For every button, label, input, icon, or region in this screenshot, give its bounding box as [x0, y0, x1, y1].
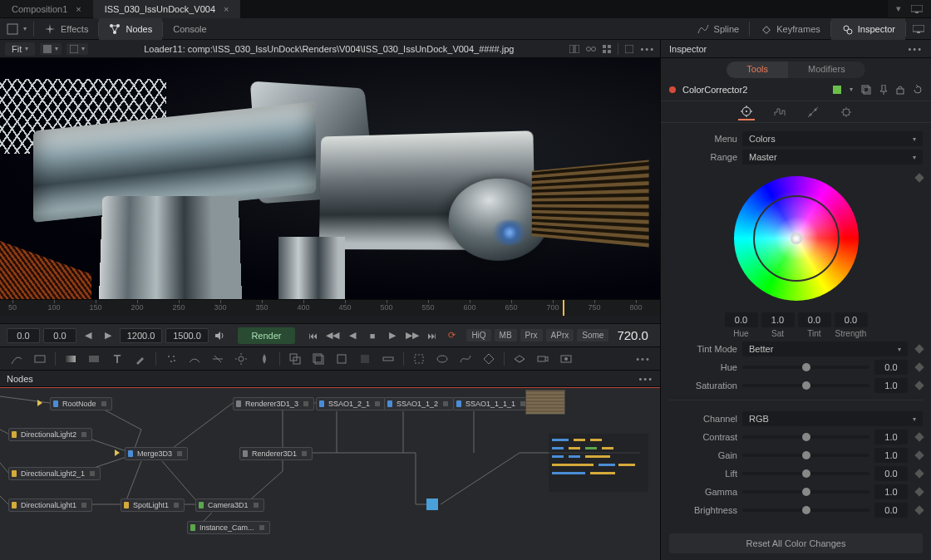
saturation-slider[interactable] [742, 384, 869, 387]
range-dropdown[interactable]: Master▾ [742, 150, 923, 165]
tab-modifiers[interactable]: Modifiers [788, 61, 865, 78]
console-button[interactable]: Console [163, 18, 216, 40]
subtab-settings-icon[interactable] [838, 104, 855, 120]
timeline-ruler[interactable]: 5010015020025030035040045050055060065070… [0, 299, 660, 316]
keyframe-diamond-icon[interactable] [914, 344, 924, 353]
global-out-field[interactable]: 1500.0 [165, 328, 208, 343]
graph-node[interactable]: Renderer3D1_3 [233, 397, 314, 410]
spline-button[interactable]: Spline [687, 18, 750, 40]
keyframe-diamond-icon[interactable] [914, 362, 924, 371]
current-frame-display[interactable]: 720.0 [612, 328, 653, 342]
chevron-down-icon[interactable]: ▾ [850, 86, 853, 93]
keyframe-diamond-icon[interactable] [914, 173, 924, 182]
color-wheel-center[interactable]: M [791, 233, 802, 244]
record-indicator-icon[interactable] [669, 86, 676, 93]
hue-field[interactable]: 0.0 [725, 312, 758, 327]
viewer-viewport[interactable] [0, 58, 660, 299]
gain-value-field[interactable]: 1.0 [874, 448, 908, 463]
brightness-value-field[interactable]: 0.0 [874, 503, 908, 518]
keyframe-diamond-icon[interactable] [914, 432, 924, 441]
render-button[interactable]: Render [238, 327, 294, 344]
tool-shape-icon[interactable] [409, 350, 429, 368]
some-toggle[interactable]: Some [577, 329, 608, 341]
tool-curve-icon[interactable] [7, 350, 27, 368]
enable-node-toggle[interactable] [833, 86, 841, 94]
aprx-toggle[interactable]: APrx [546, 329, 574, 341]
menu-dropdown[interactable]: Colors▾ [742, 131, 923, 146]
tool-particles-icon[interactable] [161, 350, 181, 368]
monitor-icon[interactable] [911, 5, 923, 13]
audio-icon[interactable] [212, 328, 229, 343]
step-forward-button[interactable]: ▶▶ [404, 328, 421, 343]
tool-mask-icon[interactable] [185, 350, 204, 368]
more-menu-icon[interactable]: ••• [908, 44, 923, 54]
tab-tools[interactable]: Tools [727, 61, 788, 78]
tool-blur-icon[interactable] [254, 350, 274, 368]
single-view-icon[interactable] [625, 45, 633, 53]
keyframe-diamond-icon[interactable] [914, 469, 924, 478]
document-tab[interactable]: Composition1 × [0, 0, 93, 18]
more-menu-icon[interactable]: ••• [638, 374, 653, 384]
graph-node[interactable]: Instance_Cam... [187, 521, 270, 534]
gain-slider[interactable] [742, 454, 869, 457]
tool-render-icon[interactable] [556, 350, 576, 368]
tool-merge-icon[interactable] [285, 350, 305, 368]
play-reverse-button[interactable]: ◀ [344, 328, 361, 343]
next-key-button[interactable]: ▶ [100, 328, 116, 343]
node-graph[interactable]: RootNode DirectionalLight2 DirectionalLi… [0, 387, 660, 560]
contrast-value-field[interactable]: 1.0 [874, 430, 908, 445]
monitor-icon[interactable] [906, 18, 931, 40]
graph-node[interactable]: DirectionalLight1 [8, 499, 92, 512]
step-back-button[interactable]: ◀◀ [324, 328, 341, 343]
tool-light-icon[interactable] [231, 350, 251, 368]
go-start-button[interactable]: ⏮ [305, 328, 322, 343]
range-in-field[interactable]: 0.0 [7, 328, 40, 343]
tool-transform-icon[interactable] [355, 350, 375, 368]
loop-button[interactable]: ⟳ [444, 328, 461, 343]
tool-fill-icon[interactable] [84, 350, 104, 368]
view-options-dropdown[interactable]: ▾ [40, 43, 62, 55]
tool-crop-icon[interactable] [332, 350, 352, 368]
tool-brush-icon[interactable] [131, 350, 150, 368]
keyframes-button[interactable]: Keyframes [750, 18, 830, 40]
pin-icon[interactable] [879, 85, 888, 95]
lock-icon[interactable] [896, 85, 904, 95]
layout-icon[interactable]: ▾ [896, 3, 901, 14]
mb-toggle[interactable]: MB [495, 329, 517, 341]
subtab-suppress-icon[interactable] [805, 104, 821, 120]
stereo-icon[interactable] [586, 45, 596, 53]
split-icon[interactable] [569, 45, 579, 53]
close-icon[interactable]: × [76, 0, 81, 18]
graph-node[interactable]: Renderer3D1 [239, 447, 313, 460]
tool-layers-icon[interactable] [308, 350, 328, 368]
graph-node[interactable]: DirectionalLight2_1 [8, 467, 101, 480]
lift-slider[interactable] [742, 472, 869, 475]
more-menu-icon[interactable]: ••• [633, 350, 653, 368]
close-icon[interactable]: × [224, 0, 229, 18]
graph-node[interactable]: DirectionalLight2 [8, 428, 92, 441]
contrast-slider[interactable] [742, 435, 869, 439]
tool-bezier-icon[interactable] [456, 350, 475, 368]
channel-dropdown[interactable]: RGB▾ [742, 411, 923, 426]
saturation-value-field[interactable]: 1.0 [874, 378, 908, 393]
brightness-slider[interactable] [742, 508, 869, 512]
tintmode-dropdown[interactable]: Better▾ [742, 341, 908, 356]
tool-3d-icon[interactable] [510, 350, 530, 368]
tool-camera-icon[interactable] [533, 350, 553, 368]
keyframe-diamond-icon[interactable] [914, 487, 924, 496]
effects-button[interactable]: Effects [34, 18, 98, 40]
graph-node[interactable]: SSAO1_1_2 [384, 397, 454, 410]
graph-node[interactable]: Merge3D3 [125, 447, 188, 460]
playhead-indicator[interactable] [563, 300, 564, 316]
hue-slider[interactable] [742, 366, 869, 369]
stop-button[interactable]: ■ [364, 328, 381, 343]
sat-field[interactable]: 1.0 [761, 312, 795, 327]
document-tab[interactable]: ISS_030_IssUnDock_V004 × [93, 0, 241, 18]
graph-node[interactable]: Camera3D1 [195, 499, 264, 512]
tool-warp-icon[interactable] [208, 350, 228, 368]
prev-key-button[interactable]: ◀ [80, 328, 96, 343]
channel-dropdown[interactable]: ▾ [66, 43, 88, 55]
tool-poly-icon[interactable] [479, 350, 499, 368]
graph-node[interactable]: RootNode [50, 397, 112, 410]
reset-color-button[interactable]: Reset All Color Changes [669, 533, 923, 553]
